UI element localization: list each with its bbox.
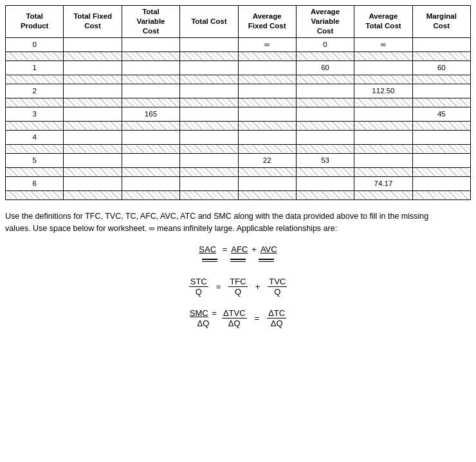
table-cell — [122, 130, 179, 144]
hatch-cell — [238, 98, 296, 107]
description-text: Use the definitions for TFC, TVC, TC, AF… — [5, 210, 455, 235]
table-cell — [238, 130, 296, 144]
table-row: 52253 — [6, 153, 471, 167]
hatch-cell — [238, 190, 296, 199]
dtvc-numerator: ΔTVC — [222, 308, 247, 319]
hatch-cell — [6, 75, 64, 84]
hatch-cell — [6, 144, 64, 153]
table-cell: ∞ — [354, 37, 412, 51]
table-cell — [412, 37, 470, 51]
table-cell — [238, 60, 296, 75]
table-cell — [180, 107, 238, 121]
hatch-cell — [122, 144, 179, 153]
hatch-cell — [296, 190, 354, 199]
plus-sign-2: + — [253, 282, 263, 291]
hatch-cell — [180, 98, 238, 107]
table-cell: 60 — [412, 60, 470, 75]
hatch-cell — [64, 190, 122, 199]
hatch-cell — [64, 51, 122, 60]
table-cell: 6 — [6, 176, 64, 190]
table-cell — [64, 37, 122, 51]
table-cell: 0 — [296, 37, 354, 51]
smc-label-2: SMC — [190, 308, 208, 318]
parallel-lines-avc — [259, 259, 274, 262]
table-row: 4 — [6, 130, 471, 144]
smc-eq2: = — [210, 308, 217, 318]
smc-eq3: = — [252, 313, 262, 323]
table-row: 2112.50 — [6, 84, 471, 98]
table-cell — [238, 176, 296, 190]
table-cell — [64, 176, 122, 190]
hatch-cell — [296, 75, 354, 84]
hatch-cell — [64, 121, 122, 130]
table-cell — [122, 153, 179, 167]
table-cell — [64, 60, 122, 75]
table-cell — [412, 84, 470, 98]
hatch-cell — [354, 51, 412, 60]
table-cell — [354, 107, 412, 121]
table-cell — [296, 130, 354, 144]
tvc-numerator: TVC — [268, 277, 287, 287]
hatch-cell — [354, 75, 412, 84]
table-cell: 74.17 — [354, 176, 412, 190]
table-hatch-row — [6, 167, 471, 176]
hatch-cell — [180, 121, 238, 130]
table-cell — [180, 37, 238, 51]
parallel-lines-afc — [230, 259, 246, 262]
table-hatch-row — [6, 190, 471, 199]
plus-sign-1: + — [252, 245, 257, 254]
dtc-denominator: ΔQ — [270, 319, 284, 328]
fraction-stc-q: STC Q — [189, 277, 208, 297]
tfc-denominator: Q — [233, 287, 243, 297]
parallel-lines-sac — [202, 259, 217, 262]
hatch-cell — [412, 167, 470, 176]
hatch-cell — [354, 121, 412, 130]
table-cell — [354, 153, 412, 167]
cost-table: TotalProduct Total FixedCost TotalVariab… — [5, 5, 471, 200]
table-cell — [412, 176, 470, 190]
table-cell: 3 — [6, 107, 64, 121]
hatch-cell — [122, 75, 179, 84]
table-cell — [412, 153, 470, 167]
table-cell: 112.50 — [354, 84, 412, 98]
hatch-cell — [6, 51, 64, 60]
hatch-cell — [180, 167, 238, 176]
table-row: 674.17 — [6, 176, 471, 190]
table-cell — [64, 84, 122, 98]
table-cell: 4 — [6, 130, 64, 144]
col-header-average-variable-cost: AverageVariableCost — [296, 6, 354, 38]
hatch-cell — [180, 75, 238, 84]
hatch-cell — [412, 121, 470, 130]
table-cell — [122, 37, 179, 51]
hatch-cell — [6, 190, 64, 199]
table-cell: 2 — [6, 84, 64, 98]
table-cell — [354, 60, 412, 75]
table-cell — [64, 130, 122, 144]
hatch-cell — [122, 98, 179, 107]
delta-q-label: ΔQ — [197, 319, 209, 328]
hatch-cell — [6, 167, 64, 176]
hatch-cell — [238, 167, 296, 176]
col-header-total-cost: Total Cost — [180, 6, 238, 38]
col-header-average-fixed-cost: AverageFixed Cost — [238, 6, 296, 38]
col-header-marginal-cost: MarginalCost — [412, 6, 470, 38]
dtc-numerator: ΔTC — [267, 308, 286, 319]
hatch-cell — [412, 51, 470, 60]
table-row: 16060 — [6, 60, 471, 75]
table-hatch-row — [6, 75, 471, 84]
hatch-cell — [122, 121, 179, 130]
hatch-cell — [122, 51, 179, 60]
hatch-cell — [64, 75, 122, 84]
hatch-cell — [64, 144, 122, 153]
fraction-dtc-dq: ΔTC ΔQ — [267, 308, 286, 328]
table-cell — [296, 84, 354, 98]
table-cell: 53 — [296, 153, 354, 167]
table-hatch-row — [6, 98, 471, 107]
fraction-tfc-q: TFC Q — [228, 277, 247, 297]
hatch-cell — [354, 167, 412, 176]
hatch-cell — [6, 121, 64, 130]
fraction-tvc-q: TVC Q — [268, 277, 287, 297]
tfc-numerator: TFC — [228, 277, 247, 287]
sac-label: SAC — [199, 245, 216, 254]
table-header-row: TotalProduct Total FixedCost TotalVariab… — [6, 6, 471, 38]
